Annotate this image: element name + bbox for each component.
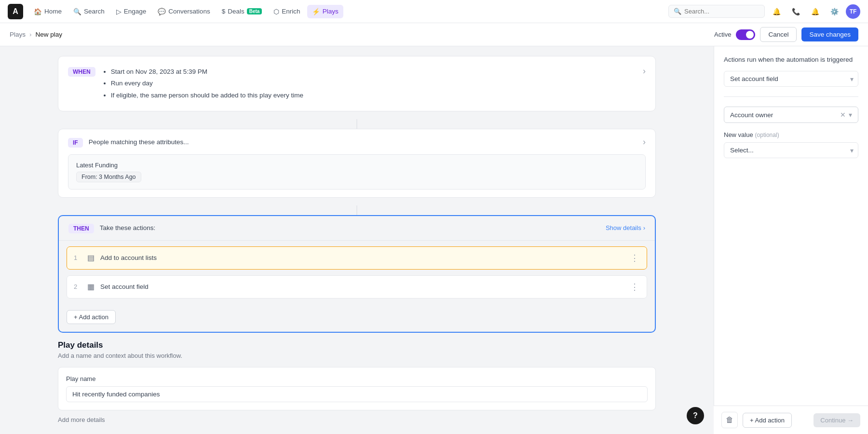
home-icon: 🏠 <box>34 8 42 15</box>
help-button[interactable]: ? <box>687 407 704 424</box>
action-list-icon: ▤ <box>87 253 95 262</box>
if-card: IF People matching these attributes... ›… <box>58 129 656 198</box>
nav-right: 🔍 🔔 📞 🔔 ⚙️ TF <box>668 4 860 19</box>
when-content: Start on Nov 28, 2023 at 5:39 PM Run eve… <box>102 66 636 101</box>
breadcrumb-bar: Plays › New play Active Cancel Save chan… <box>0 23 868 46</box>
when-card-inner: WHEN Start on Nov 28, 2023 at 5:39 PM Ru… <box>58 56 655 111</box>
active-label: Active <box>714 31 731 38</box>
breadcrumb-parent[interactable]: Plays <box>10 31 26 38</box>
active-toggle[interactable] <box>736 29 755 40</box>
account-field-icons: ✕ ▾ <box>840 111 852 119</box>
panel-title: Actions run when the automation is trigg… <box>724 56 858 63</box>
when-bullet-1: Start on Nov 28, 2023 at 5:39 PM <box>111 66 636 78</box>
enrich-icon: ⬡ <box>273 8 279 15</box>
play-details: Play details Add a name and context abou… <box>58 340 656 359</box>
action-type-select-wrapper: Set account field <box>724 71 858 87</box>
new-value-label: New value <box>724 131 753 138</box>
show-details-btn[interactable]: Show details › <box>606 224 645 231</box>
deals-badge: Beta <box>247 8 262 14</box>
trash-button[interactable]: 🗑 <box>721 412 738 428</box>
action-item-1[interactable]: 1 ▤ Add to account lists ⋮ <box>67 246 647 270</box>
avatar[interactable]: TF <box>846 4 860 19</box>
if-card-inner: IF People matching these attributes... ›… <box>58 129 655 197</box>
play-details-title: Play details <box>58 340 656 350</box>
nav-conversations[interactable]: 💬 Conversations <box>153 5 215 18</box>
nav-search[interactable]: 🔍 Search <box>68 5 109 18</box>
when-arrow[interactable]: › <box>643 66 646 76</box>
then-title: Take these actions: <box>100 224 156 231</box>
breadcrumb-actions: Active Cancel Save changes <box>714 27 858 42</box>
global-search[interactable]: 🔍 <box>668 5 765 18</box>
when-bullet-3: If eligible, the same person should be a… <box>111 90 636 101</box>
connector-1 <box>356 119 357 129</box>
when-tag: WHEN <box>68 67 95 77</box>
plays-icon: ⚡ <box>312 8 320 15</box>
if-arrow[interactable]: › <box>643 137 646 147</box>
top-nav: A 🏠 Home 🔍 Search ▷ Engage 💬 Conversatio… <box>0 0 868 23</box>
action-item-2[interactable]: 2 ▦ Set account field ⋮ <box>67 275 647 298</box>
new-value-sub: (optional) <box>755 132 779 138</box>
play-details-subtitle: Add a name and context about this workfl… <box>58 352 656 359</box>
add-more-details-link[interactable]: Add more details <box>58 416 105 423</box>
notifications-icon[interactable]: 🔔 <box>769 4 784 19</box>
nav-engage[interactable]: ▷ Engage <box>111 5 151 18</box>
save-changes-button[interactable]: Save changes <box>801 27 858 41</box>
search-nav-icon: 🔍 <box>674 8 681 15</box>
nav-plays[interactable]: ⚡ Plays <box>307 5 343 18</box>
if-title: People matching these attributes... <box>89 138 189 146</box>
action-num-1: 1 <box>74 254 81 261</box>
new-value-select-wrapper: Select... <box>724 142 858 158</box>
chevron-down-icon[interactable]: ▾ <box>849 111 852 119</box>
cancel-button[interactable]: Cancel <box>760 27 797 42</box>
panel-divider-1 <box>724 96 858 97</box>
nav-home[interactable]: 🏠 Home <box>29 5 67 18</box>
action-dots-2[interactable]: ⋮ <box>630 282 640 292</box>
account-field-label: Account owner <box>730 111 773 119</box>
then-tag: THEN <box>68 224 94 233</box>
then-card: THEN Take these actions: Show details › … <box>58 215 656 333</box>
nav-logo[interactable]: A <box>8 4 23 19</box>
main-layout: WHEN Start on Nov 28, 2023 at 5:39 PM Ru… <box>0 46 868 434</box>
if-header: IF People matching these attributes... › <box>68 137 646 148</box>
bottom-bar: 🗑 + Add action Continue → <box>714 406 868 434</box>
if-tag: IF <box>68 138 83 148</box>
breadcrumb-sep: › <box>29 31 32 38</box>
search-icon: 🔍 <box>73 8 81 15</box>
settings-icon[interactable]: ⚙️ <box>827 4 842 19</box>
account-field-wrapper: Account owner ✕ ▾ <box>724 107 858 123</box>
engage-icon: ▷ <box>116 8 122 15</box>
funding-badge: From: 3 Months Ago <box>76 172 141 182</box>
add-action-button[interactable]: + Add action <box>67 310 116 324</box>
action-dots-1[interactable]: ⋮ <box>630 253 640 263</box>
then-header: THEN Take these actions: Show details › <box>59 216 655 241</box>
phone-icon[interactable]: 📞 <box>788 4 803 19</box>
deals-icon: $ <box>222 8 226 15</box>
connector-2 <box>356 205 357 215</box>
nav-deals[interactable]: $ Deals Beta <box>217 5 267 18</box>
breadcrumb: Plays › New play <box>10 31 62 38</box>
new-value-select[interactable]: Select... <box>724 142 858 158</box>
play-name-card: Play name <box>58 367 656 410</box>
when-bullet-2: Run every day <box>111 78 636 89</box>
continue-button[interactable]: Continue → <box>814 413 860 427</box>
funding-label: Latest Funding <box>76 162 637 169</box>
nav-enrich[interactable]: ⬡ Enrich <box>269 5 305 18</box>
conversations-icon: 💬 <box>158 8 166 15</box>
bottom-add-action-button[interactable]: + Add action <box>743 413 792 428</box>
clear-icon[interactable]: ✕ <box>840 111 846 119</box>
action-label-2: Set account field <box>100 283 149 290</box>
action-type-select[interactable]: Set account field <box>724 71 858 87</box>
play-name-input[interactable] <box>66 386 648 402</box>
if-content: Latest Funding From: 3 Months Ago <box>68 154 646 190</box>
action-field-icon: ▦ <box>87 282 95 291</box>
search-input[interactable] <box>684 8 760 15</box>
account-field-select[interactable]: Account owner ✕ ▾ <box>724 107 858 123</box>
action-num-2: 2 <box>74 283 81 290</box>
right-panel: Actions run when the automation is trigg… <box>714 46 868 434</box>
action-label-1: Add to account lists <box>100 254 157 261</box>
bell-icon[interactable]: 🔔 <box>807 4 823 19</box>
play-name-label: Play name <box>66 375 648 382</box>
breadcrumb-current: New play <box>36 31 63 38</box>
main-content: WHEN Start on Nov 28, 2023 at 5:39 PM Ru… <box>0 46 714 434</box>
when-card: WHEN Start on Nov 28, 2023 at 5:39 PM Ru… <box>58 56 656 111</box>
